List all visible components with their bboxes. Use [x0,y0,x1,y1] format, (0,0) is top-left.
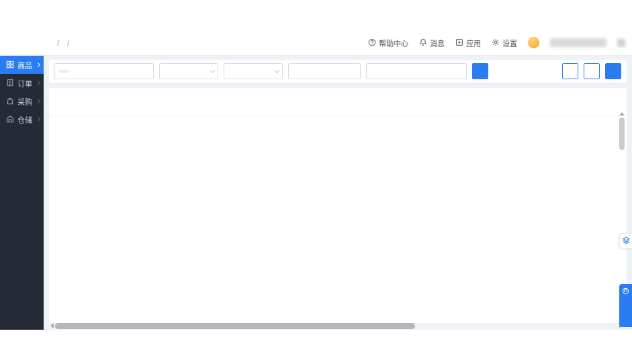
app-body: 商品 订单 采购 仓储 [0,56,632,330]
bell-icon [419,38,427,48]
table-header-row [49,98,627,116]
horizontal-scrollbar[interactable] [50,322,623,329]
supplier-select[interactable] [288,63,361,79]
contact-service-floating-tab[interactable] [619,284,632,327]
category-filter-input[interactable] [54,63,154,79]
scroll-left-icon[interactable] [50,323,54,328]
chevron-right-icon [36,62,40,67]
category-tag [59,70,69,73]
sidebar-item-order[interactable]: 订单 [0,74,44,92]
type-select[interactable] [224,63,283,79]
filter-bar [49,60,627,83]
header-action-label: 消息 [430,38,445,48]
header-action[interactable]: 设置 [492,38,517,48]
top-header: / / 帮助中心 消息 应用 设置 [0,30,632,56]
headset-icon [622,287,629,295]
purchase-icon [6,97,14,106]
username-redacted [550,38,606,47]
sidebar-item-goods[interactable]: 商品 [0,56,44,74]
chevron-right-icon [36,81,40,85]
table-toolbar-right [562,63,621,79]
sidebar-item-label: 采购 [17,96,32,107]
header-action[interactable]: 消息 [419,38,445,48]
product-table [49,98,627,116]
vertical-scroll-thumb[interactable] [619,118,625,150]
header-actions: 帮助中心 消息 应用 设置 [368,30,632,55]
help-icon [368,38,376,48]
chevron-right-icon [36,117,40,122]
warehouse-icon [6,115,14,124]
order-icon [6,79,14,88]
horizontal-scroll-thumb[interactable] [55,323,415,329]
bulk-actions-bar [49,88,627,98]
screenshot-canvas: / / 帮助中心 消息 应用 设置 商品 订单 采购 [0,0,632,364]
sidebar-item-purchase[interactable]: 采购 [0,92,44,110]
chevron-right-icon [36,99,40,103]
layers-icon [623,236,630,244]
sidebar-nav: 商品 订单 采购 仓储 [0,56,44,330]
apps-icon [455,38,463,48]
gear-icon [492,38,500,48]
create-button[interactable] [605,63,621,79]
header-action-label: 帮助中心 [379,38,408,48]
header-action[interactable]: 应用 [455,38,481,48]
breadcrumb: / / [44,30,73,55]
sidebar-item-label: 仓储 [17,114,32,125]
header-extra-icon[interactable] [617,39,625,47]
sidebar-item-warehouse[interactable]: 仓储 [0,110,44,128]
header-action-label: 应用 [466,38,481,48]
chevron-down-icon [274,67,279,73]
user-avatar[interactable] [528,37,539,48]
header-action-label: 设置 [502,38,517,48]
sidebar-item-label: 订单 [17,78,32,89]
status-select[interactable] [159,63,218,79]
keyword-search-input[interactable] [366,63,467,79]
brand-logo [0,30,44,55]
app-window: / / 帮助中心 消息 应用 设置 商品 订单 采购 [0,30,632,330]
export-button[interactable] [584,63,600,79]
main-content [44,56,632,330]
chevron-down-icon [210,67,215,73]
goods-icon [6,60,14,70]
header-action-group: 帮助中心 消息 应用 设置 [368,38,517,48]
tasks-floating-tab[interactable] [619,233,632,248]
import-button[interactable] [562,63,578,79]
product-table-card [49,88,627,323]
search-button[interactable] [472,63,488,79]
sidebar-item-label: 商品 [17,60,32,71]
header-action[interactable]: 帮助中心 [368,38,408,48]
scroll-up-icon[interactable] [619,112,625,116]
